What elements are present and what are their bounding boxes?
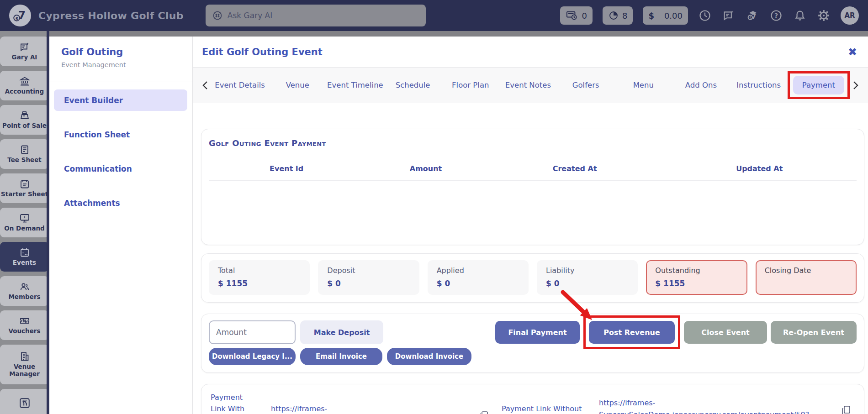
download-invoice-button[interactable]: Download Invoice <box>387 348 471 365</box>
sidebar-item-gary-ai[interactable]: Gary AI <box>0 37 47 66</box>
svg-text:$: $ <box>749 16 752 20</box>
download-legacy-invoice-button[interactable]: Download Legacy I... <box>209 348 296 365</box>
sidebar-item-label: Vouchers <box>8 328 40 335</box>
menu-item-attachments[interactable]: Attachments <box>54 192 187 214</box>
menu-item-communication[interactable]: Communication <box>54 158 187 179</box>
annotation-box-payment-tab: Payment <box>788 71 850 99</box>
feedback-icon[interactable] <box>722 9 736 22</box>
svg-text:$: $ <box>16 16 19 21</box>
sidebar-item-events[interactable]: Events <box>0 242 47 272</box>
chevron-left-icon[interactable] <box>199 81 211 90</box>
sidebar-item-point-of-sale[interactable]: Point of Sale <box>0 105 47 135</box>
sidebar-item-label: Members <box>8 293 40 301</box>
time-count: 8 <box>622 11 627 21</box>
gary-coin-icon[interactable]: 7 $ <box>746 9 759 22</box>
tab-event-timeline[interactable]: Event Timeline <box>326 81 384 89</box>
payment-link-with-url[interactable]: https://iframes- SynergySalesDemo.jonass… <box>271 403 479 414</box>
balance-badge[interactable]: $ 0.00 <box>643 6 688 25</box>
reopen-event-button[interactable]: Re-Open Event <box>771 321 857 344</box>
section-title: Golf Outing Event Payment <box>209 138 857 148</box>
payment-links-card: Payment Link With https://iframes- Syner… <box>201 384 864 414</box>
notifications-icon[interactable] <box>793 9 807 22</box>
tab-venue[interactable]: Venue <box>269 81 326 89</box>
club-logo-icon: 7 $ <box>9 5 31 26</box>
sidebar-item-members[interactable]: Members <box>0 276 47 306</box>
tab-golfers[interactable]: Golfers <box>557 81 614 89</box>
help-icon[interactable]: ? <box>769 9 783 22</box>
terminal-clock-icon <box>566 9 578 22</box>
amount-input[interactable] <box>209 320 296 344</box>
top-navbar: 7 $ Cypress Hollow Golf Club 0 8 $ <box>0 0 868 31</box>
panel-title: Golf Outing <box>61 47 192 58</box>
bank-icon <box>19 76 30 87</box>
sidebar-item-label: Events <box>13 259 36 267</box>
summary-outstanding: Outstanding $ 1155 <box>646 260 747 295</box>
copy-icon[interactable] <box>479 411 492 414</box>
menu-item-event-builder[interactable]: Event Builder <box>54 89 187 111</box>
sidebar-item-on-demand[interactable]: On Demand <box>0 208 47 237</box>
final-payment-button[interactable]: Final Payment <box>495 321 580 344</box>
post-revenue-button[interactable]: Post Revenue <box>589 321 675 344</box>
tab-bar: Event Details Venue Event Timeline Sched… <box>193 68 868 103</box>
sidebar-item-vouchers[interactable]: Vouchers <box>0 310 47 340</box>
settings-icon[interactable] <box>817 9 831 22</box>
edit-event-modal: Golf Outing Event Management Event Build… <box>49 37 868 414</box>
search-input[interactable] <box>228 11 419 20</box>
voucher-icon <box>19 315 30 326</box>
close-event-button[interactable]: Close Event <box>684 321 767 344</box>
payment-link-without-url[interactable]: https://iframes- SynergySalesDemo.jonass… <box>599 397 841 414</box>
calendar-lines-icon <box>19 178 30 189</box>
tab-instructions[interactable]: Instructions <box>730 81 788 89</box>
time-badge[interactable]: 8 <box>603 6 633 25</box>
dollar-icon: $ <box>648 11 654 21</box>
panel-subtitle: Event Management <box>61 61 192 68</box>
clock-icon[interactable] <box>698 9 712 22</box>
make-deposit-button[interactable]: Make Deposit <box>300 320 383 344</box>
summary-deposit: Deposit $ 0 <box>318 260 419 295</box>
dining-icon <box>19 397 31 409</box>
time-used-icon <box>608 10 619 21</box>
document-icon <box>19 144 30 155</box>
sidebar-item-starter-sheet[interactable]: Starter Sheet <box>0 173 47 203</box>
copy-icon[interactable] <box>841 405 855 414</box>
column-header-event-id: Event Id <box>209 164 364 173</box>
terminal-counter-badge[interactable]: 0 <box>560 6 592 25</box>
tab-menu[interactable]: Menu <box>614 81 672 89</box>
monitor-sparkle-icon <box>19 213 30 224</box>
summary-closing-date: Closing Date <box>756 260 857 295</box>
close-icon[interactable]: ✖ <box>848 47 857 58</box>
payment-table-card: Golf Outing Event Payment Event Id Amoun… <box>201 129 864 245</box>
sidebar-item-label: Venue Manager <box>0 363 47 377</box>
sidebar-item-accounting[interactable]: Accounting <box>0 71 47 100</box>
sidebar-item-venue-manager[interactable]: Venue Manager <box>0 345 47 384</box>
menu-item-function-sheet[interactable]: Function Sheet <box>54 124 187 145</box>
user-avatar[interactable]: AR <box>841 6 859 25</box>
tab-event-notes[interactable]: Event Notes <box>499 81 557 89</box>
cash-register-icon <box>19 110 30 121</box>
tab-event-details[interactable]: Event Details <box>211 81 269 89</box>
sidebar-item-tee-sheet[interactable]: Tee Sheet <box>0 139 47 169</box>
payment-link-without-label: Payment Link Without <box>502 403 599 414</box>
calendar-dots-icon <box>19 247 30 258</box>
summary-card: Total $ 1155 Deposit $ 0 Applied $ 0 L <box>201 253 864 303</box>
tab-floor-plan[interactable]: Floor Plan <box>442 81 499 89</box>
tab-schedule[interactable]: Schedule <box>384 81 442 89</box>
tab-payment-wrap: Payment <box>788 71 850 99</box>
svg-text:?: ? <box>774 12 778 19</box>
chat-sparkle-icon <box>19 42 30 52</box>
summary-total: Total $ 1155 <box>209 260 310 295</box>
tab-payment[interactable]: Payment <box>793 76 844 94</box>
chevron-right-icon[interactable] <box>850 81 862 90</box>
payment-tab-content: Golf Outing Event Payment Event Id Amoun… <box>193 103 868 414</box>
sidebar-item-label: Tee Sheet <box>7 157 42 164</box>
tab-add-ons[interactable]: Add Ons <box>672 81 730 89</box>
sidebar-item-label: Point of Sale <box>2 122 47 130</box>
table-divider <box>209 180 857 181</box>
column-header-created-at: Created At <box>487 164 662 173</box>
building-icon <box>19 351 30 362</box>
sidebar-item-dining[interactable] <box>0 389 47 414</box>
golf-ball-icon <box>212 10 223 21</box>
ask-gary-search[interactable] <box>206 5 426 26</box>
balance-amount: 0.00 <box>664 11 683 21</box>
email-invoice-button[interactable]: Email Invoice <box>300 348 382 365</box>
